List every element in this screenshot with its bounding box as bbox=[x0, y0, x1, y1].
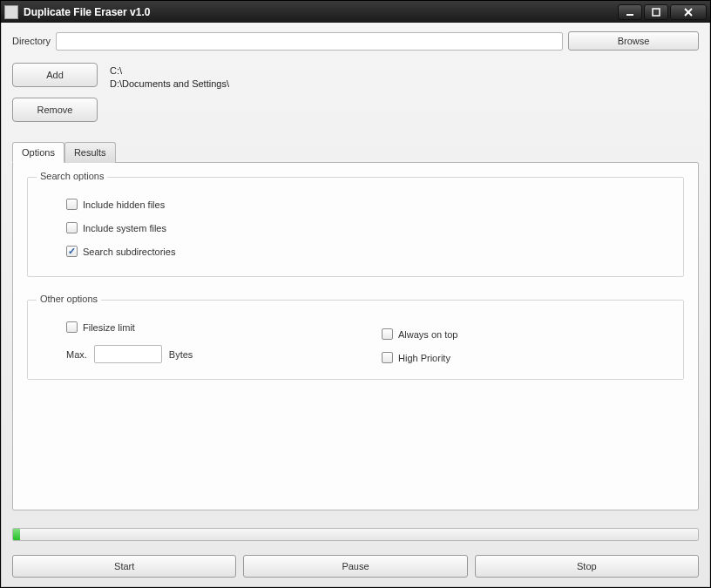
other-options-group: Other options Filesize limit Max. Bytes bbox=[27, 300, 684, 380]
search-options-legend: Search options bbox=[37, 171, 107, 181]
include-hidden-row: Include hidden files bbox=[66, 199, 671, 210]
titlebar: Duplicate File Eraser v1.0 bbox=[1, 1, 710, 23]
close-icon bbox=[684, 8, 693, 17]
app-icon bbox=[4, 5, 18, 19]
always-on-top-checkbox[interactable] bbox=[382, 328, 393, 340]
always-on-top-row: Always on top bbox=[382, 328, 671, 340]
other-options-legend: Other options bbox=[37, 294, 101, 304]
maximize-button[interactable] bbox=[644, 4, 668, 20]
other-col-left: Filesize limit Max. Bytes bbox=[40, 321, 329, 363]
include-hidden-label: Include hidden files bbox=[83, 199, 165, 210]
tab-results[interactable]: Results bbox=[64, 142, 116, 163]
close-button[interactable] bbox=[670, 4, 707, 20]
client-area: Directory Browse Add Remove C:\ D:\Docum… bbox=[1, 23, 710, 587]
directory-input[interactable] bbox=[56, 32, 563, 51]
search-subdirs-checkbox[interactable] bbox=[66, 246, 78, 257]
other-options-grid: Filesize limit Max. Bytes Always bbox=[40, 321, 671, 363]
max-label: Max. bbox=[66, 349, 87, 360]
minimize-icon bbox=[626, 8, 634, 17]
search-subdirs-row: Search subdirectories bbox=[66, 246, 671, 257]
window-controls bbox=[618, 4, 707, 20]
max-bytes-input[interactable] bbox=[94, 345, 162, 363]
pause-button[interactable]: Pause bbox=[243, 555, 467, 578]
bytes-label: Bytes bbox=[169, 349, 193, 360]
include-system-row: Include system files bbox=[66, 222, 671, 233]
filesize-limit-label: Filesize limit bbox=[83, 322, 135, 333]
stop-button[interactable]: Stop bbox=[475, 555, 699, 578]
directory-actions: Add Remove bbox=[12, 63, 98, 122]
search-subdirs-label: Search subdirectories bbox=[83, 247, 175, 257]
remove-button[interactable]: Remove bbox=[12, 98, 98, 122]
always-on-top-label: Always on top bbox=[398, 329, 457, 340]
max-bytes-row: Max. Bytes bbox=[66, 345, 329, 363]
directory-list: C:\ D:\Documents and Settings\ bbox=[110, 63, 229, 91]
browse-button[interactable]: Browse bbox=[568, 31, 699, 51]
tabs: Options Results Search options Include h… bbox=[12, 141, 699, 510]
progress-fill bbox=[13, 529, 20, 540]
footer-buttons: Start Pause Stop bbox=[12, 555, 699, 578]
window-title: Duplicate File Eraser v1.0 bbox=[24, 6, 618, 18]
include-system-checkbox[interactable] bbox=[66, 222, 78, 233]
tab-options[interactable]: Options bbox=[12, 142, 64, 163]
list-item[interactable]: C:\ bbox=[110, 64, 229, 78]
include-system-label: Include system files bbox=[83, 223, 166, 233]
search-options-group: Search options Include hidden files Incl… bbox=[27, 177, 684, 277]
tabstrip: Options Results bbox=[12, 141, 699, 162]
directory-label: Directory bbox=[12, 36, 51, 46]
progress-bar bbox=[12, 528, 699, 541]
svg-rect-1 bbox=[653, 9, 660, 16]
directory-row: Directory Browse bbox=[12, 31, 699, 51]
minimize-button[interactable] bbox=[618, 4, 642, 20]
start-button[interactable]: Start bbox=[12, 555, 236, 578]
high-priority-label: High Priority bbox=[398, 353, 450, 363]
directories-section: Add Remove C:\ D:\Documents and Settings… bbox=[12, 63, 699, 122]
filesize-limit-checkbox[interactable] bbox=[66, 321, 78, 333]
tab-panel-options: Search options Include hidden files Incl… bbox=[12, 162, 699, 510]
add-button[interactable]: Add bbox=[12, 63, 98, 87]
include-hidden-checkbox[interactable] bbox=[66, 199, 78, 210]
high-priority-row: High Priority bbox=[382, 352, 671, 363]
filesize-limit-row: Filesize limit bbox=[66, 321, 329, 333]
app-window: Duplicate File Eraser v1.0 Directory Bro… bbox=[0, 0, 711, 588]
maximize-icon bbox=[652, 8, 660, 17]
high-priority-checkbox[interactable] bbox=[382, 352, 393, 363]
list-item[interactable]: D:\Documents and Settings\ bbox=[110, 78, 229, 91]
other-col-right: Always on top High Priority bbox=[382, 321, 671, 363]
